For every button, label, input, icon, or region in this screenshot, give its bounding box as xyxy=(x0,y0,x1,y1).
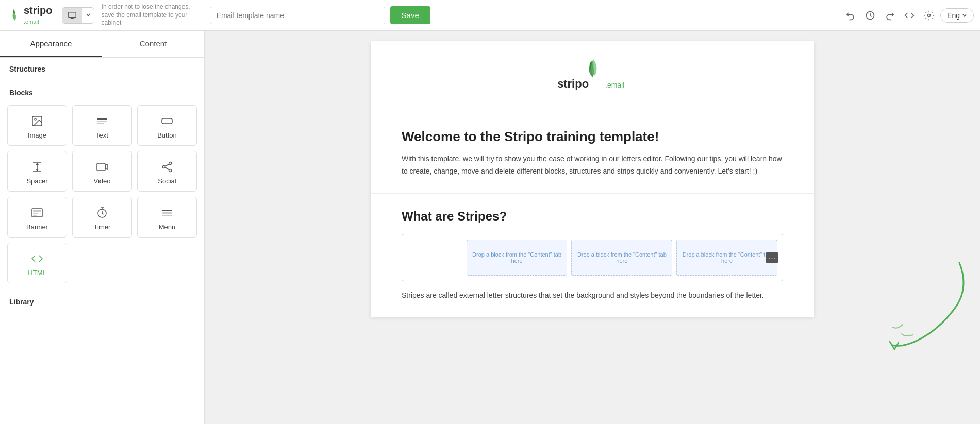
svg-text:stripo: stripo xyxy=(557,77,589,90)
tab-content[interactable]: Content xyxy=(102,31,204,57)
language-label: Eng xyxy=(947,11,960,20)
svg-point-16 xyxy=(163,166,165,168)
block-spacer[interactable]: Spacer xyxy=(7,151,67,192)
email-stripes-section: What are Stripes? Drop a block from the … xyxy=(371,194,814,317)
block-menu[interactable]: Menu xyxy=(137,197,197,238)
drop-zone-1: Drop a block from the "Content" tab here xyxy=(467,240,568,276)
svg-point-15 xyxy=(169,162,172,165)
desktop-view-button[interactable] xyxy=(62,8,82,23)
block-social[interactable]: Social xyxy=(137,151,197,192)
lang-chevron-icon xyxy=(962,13,967,18)
svg-line-19 xyxy=(165,167,169,170)
block-image[interactable]: Image xyxy=(7,105,67,146)
block-button[interactable]: Button xyxy=(137,105,197,146)
svg-rect-25 xyxy=(162,210,172,211)
block-timer[interactable]: Timer xyxy=(72,197,132,238)
block-video-label: Video xyxy=(93,177,110,185)
email-logo-section: stripo .email xyxy=(371,41,814,113)
html-icon xyxy=(31,252,43,265)
code-icon xyxy=(904,10,915,21)
redo-button[interactable] xyxy=(882,7,898,24)
svg-line-18 xyxy=(165,164,169,167)
logo-name: stripo xyxy=(24,5,53,16)
logo: stripo .email xyxy=(6,5,53,26)
topbar: stripo .email In order not to lose the c… xyxy=(0,0,980,31)
logo-domain: .email xyxy=(24,19,39,25)
history-icon xyxy=(865,10,875,21)
redo-icon xyxy=(885,10,895,21)
gear-icon xyxy=(924,10,934,21)
tab-appearance[interactable]: Appearance xyxy=(0,31,102,57)
undo-icon xyxy=(845,10,856,21)
desktop-icon xyxy=(68,11,77,20)
svg-rect-0 xyxy=(68,12,75,17)
email-welcome-section: Welcome to the Stripo training template!… xyxy=(371,113,814,194)
email-logo: stripo .email xyxy=(551,57,634,98)
block-timer-label: Timer xyxy=(94,223,111,231)
social-icon xyxy=(161,161,173,173)
email-welcome-title: Welcome to the Stripo training template! xyxy=(402,129,783,145)
email-welcome-body: With this template, we will try to show … xyxy=(402,153,783,178)
logo-icon xyxy=(6,8,22,23)
block-text[interactable]: Text xyxy=(72,105,132,146)
email-canvas: stripo .email Welcome to the Stripo trai… xyxy=(371,41,814,317)
blocks-section: Blocks xyxy=(0,81,204,105)
block-banner[interactable]: Banner xyxy=(7,197,67,238)
topbar-actions: Eng xyxy=(842,7,974,24)
language-button[interactable]: Eng xyxy=(940,8,974,23)
block-menu-label: Menu xyxy=(159,223,176,231)
svg-rect-14 xyxy=(97,163,105,171)
logo-wordmark: stripo .email xyxy=(24,5,53,26)
svg-point-17 xyxy=(169,169,172,172)
drop-zone-3: Drop a block from the "Content" tab here xyxy=(676,240,777,276)
svg-rect-10 xyxy=(162,118,172,124)
block-social-label: Social xyxy=(158,177,176,185)
button-icon xyxy=(161,115,173,127)
settings-button[interactable] xyxy=(921,7,937,24)
undo-button[interactable] xyxy=(842,7,859,24)
svg-rect-9 xyxy=(97,123,104,124)
block-spacer-label: Spacer xyxy=(26,177,47,185)
blocks-grid: Image Text Button xyxy=(0,105,204,291)
library-section: Library xyxy=(0,291,204,309)
video-icon xyxy=(96,161,108,173)
svg-rect-27 xyxy=(162,215,172,216)
spacer-icon xyxy=(31,161,43,173)
code-button[interactable] xyxy=(901,7,918,24)
main: Appearance Content Structures Blocks Ima… xyxy=(0,31,980,424)
more-options-button[interactable]: ⋯ xyxy=(766,252,778,263)
svg-rect-21 xyxy=(33,210,41,212)
block-banner-label: Banner xyxy=(26,223,48,231)
view-toggle[interactable] xyxy=(62,7,94,24)
history-button[interactable] xyxy=(862,7,878,24)
structures-section: Structures xyxy=(0,58,204,81)
view-toggle-dropdown[interactable] xyxy=(82,8,94,22)
svg-rect-7 xyxy=(97,118,107,120)
stripes-title: What are Stripes? xyxy=(402,209,783,224)
svg-point-4 xyxy=(928,14,931,16)
block-text-label: Text xyxy=(96,131,108,139)
svg-rect-8 xyxy=(97,121,107,122)
menu-icon xyxy=(161,207,173,219)
block-button-label: Button xyxy=(157,131,177,139)
svg-rect-23 xyxy=(33,215,37,216)
drop-zone-row: Drop a block from the "Content" tab here… xyxy=(402,234,783,281)
svg-rect-22 xyxy=(33,213,38,214)
block-image-label: Image xyxy=(28,131,46,139)
timer-icon xyxy=(96,207,108,219)
content-area: stripo .email Welcome to the Stripo trai… xyxy=(205,31,980,424)
text-icon xyxy=(96,115,108,127)
chevron-down-icon xyxy=(86,12,91,18)
block-video[interactable]: Video xyxy=(72,151,132,192)
sidebar: Appearance Content Structures Blocks Ima… xyxy=(0,31,205,424)
template-name-input[interactable] xyxy=(210,7,385,24)
svg-point-6 xyxy=(35,118,36,120)
sidebar-tabs: Appearance Content xyxy=(0,31,204,58)
svg-rect-26 xyxy=(162,212,172,214)
save-button[interactable]: Save xyxy=(390,6,430,24)
block-html[interactable]: HTML xyxy=(7,243,67,283)
blocks-title: Blocks xyxy=(9,89,195,97)
stripes-description: Stripes are called external letter struc… xyxy=(402,290,783,302)
arrow-decoration xyxy=(887,258,970,361)
banner-icon xyxy=(31,207,43,219)
